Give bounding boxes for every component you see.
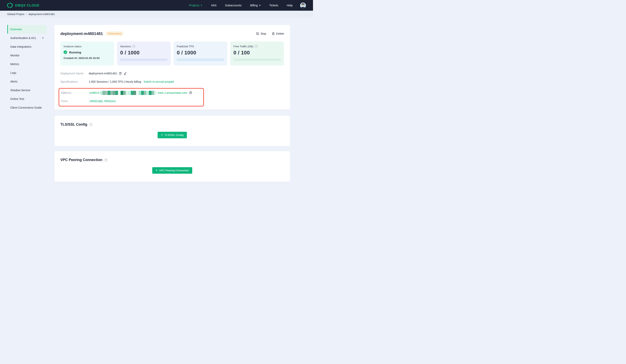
sidebar-item-label: Metrics <box>10 63 19 66</box>
stat-label: Free Traffic (GB) <box>234 45 253 48</box>
redaction-block <box>154 91 156 95</box>
sidebar-item-client-connections-guide[interactable]: Client Connections Guide <box>7 103 46 112</box>
emqx-logo-icon <box>7 2 13 8</box>
specifications-label: Specifications: <box>60 80 89 83</box>
redaction-block <box>152 91 154 95</box>
sidebar-item-metrics[interactable]: Metrics <box>7 60 46 69</box>
instance-status-card: Instance status Running Created At: 2023… <box>60 41 114 66</box>
stat-card-pub-sub-tps: Pub&Sub TPS0 / 1000 <box>174 41 227 66</box>
redaction-block <box>120 91 123 95</box>
help-icon[interactable]: ? <box>132 45 135 48</box>
sidebar-item-online-test[interactable]: Online Test <box>7 95 46 103</box>
address-prefix: m48014 <box>89 91 99 94</box>
chevron-down-icon: ▼ <box>42 37 44 39</box>
stat-label-row: Pub&Sub TPS <box>177 45 224 48</box>
add-tls-ssl-config-button[interactable]: + TLS/SSL Config <box>157 132 187 138</box>
sidebar-item-label: Logs <box>10 71 16 74</box>
nav-item-label: Subaccounts <box>225 4 241 7</box>
breadcrumb-current: deployment-m4801481 <box>29 13 55 16</box>
stop-button[interactable]: Stop <box>256 32 266 35</box>
sidebar-item-label: Authentication & ACL <box>10 36 37 39</box>
nav-item-subaccounts[interactable]: Subaccounts <box>225 4 241 7</box>
stat-label: Sessions <box>120 45 131 48</box>
redaction-block <box>139 91 141 95</box>
connection-highlight-box: Address: m48014 -east-1.amazonaws.com <box>59 88 204 107</box>
deployment-title: deployment-m4801481 <box>60 32 103 36</box>
sidebar-item-label: Client Connections Guide <box>10 106 42 109</box>
sidebar-item-monitor[interactable]: Monitor <box>7 51 46 60</box>
help-icon[interactable]: ? <box>255 45 258 48</box>
vpc-peering-section: VPC Peering Connection ? + VPC Peering C… <box>54 151 290 182</box>
copy-icon <box>119 72 122 75</box>
sidebar-item-label: Monitor <box>10 54 20 57</box>
sidebar-item-overview[interactable]: Overview <box>7 25 46 34</box>
copy-deployment-name-button[interactable] <box>119 72 122 75</box>
specifications-value: 1,000 Sessions / 1,000 TPS | Hourly bill… <box>89 80 141 83</box>
sidebar-item-data-integrations[interactable]: Data Integrations <box>7 42 46 51</box>
sidebar-item-shadow-service[interactable]: Shadow Service <box>7 86 46 95</box>
brand-name: EMQX CLOUD <box>15 3 39 7</box>
deployment-overview-card: deployment-m4801481 Professional Stop <box>54 25 290 109</box>
copy-icon <box>189 91 192 94</box>
add-tls-ssl-config-label: TLS/SSL Config <box>164 134 184 137</box>
breadcrumb-project[interactable]: Default Project <box>7 13 24 16</box>
tls-section-title: TLS/SSL Config <box>60 122 87 127</box>
nav-item-billing[interactable]: Billing▼ <box>250 4 261 7</box>
instance-status-label: Instance status <box>64 45 81 48</box>
add-vpc-peering-button[interactable]: + VPC Peering Connection <box>152 167 192 174</box>
chevron-down-icon: ▼ <box>259 4 261 6</box>
plus-icon: + <box>156 169 157 172</box>
address-row: Address: m48014 -east-1.amazonaws.com <box>61 91 201 95</box>
stat-card-free-traffic-gb: Free Traffic (GB)?0 / 100 <box>230 41 284 66</box>
plus-icon: + <box>161 133 163 137</box>
delete-button[interactable]: Delete <box>272 32 284 35</box>
redaction-block <box>126 91 128 95</box>
created-at-text: Created At: 2023.01.05 15:54 <box>64 57 111 60</box>
redaction-block <box>131 91 133 95</box>
stat-value: 0 / 1000 <box>120 50 167 56</box>
redaction-block <box>110 91 113 95</box>
ports-label: Ports: <box>61 100 89 103</box>
redaction-block <box>100 91 103 95</box>
copy-address-button[interactable] <box>189 91 192 94</box>
stat-value: 0 / 1000 <box>177 50 224 56</box>
redaction-block <box>136 91 139 95</box>
chevron-down-icon: ▼ <box>200 4 202 6</box>
deployment-info: Deployment Name: deployment-m4801481 <box>60 72 284 107</box>
redaction-block <box>118 91 120 95</box>
nav-item-tickets[interactable]: Tickets <box>269 4 278 7</box>
trash-icon <box>272 32 275 35</box>
sidebar-item-label: Alerts <box>10 80 17 83</box>
breadcrumb: Default Project / deployment-m4801481 <box>0 11 313 17</box>
redaction-block <box>105 91 108 95</box>
sidebar-item-label: Online Test <box>10 97 24 101</box>
nav-item-vas[interactable]: VAS <box>211 4 216 7</box>
user-avatar[interactable] <box>300 2 306 8</box>
address-redacted-segment <box>100 91 156 95</box>
sidebar-item-alerts[interactable]: Alerts <box>7 77 46 86</box>
stats-row: Instance status Running Created At: 2023… <box>60 41 284 66</box>
stat-label: Pub&Sub TPS <box>177 45 194 48</box>
emqx-logo[interactable]: EMQX CLOUD <box>7 2 39 8</box>
nav-item-projects[interactable]: Projects▼ <box>189 4 202 7</box>
nav-item-label: VAS <box>211 4 216 7</box>
ports-row: Ports: 1883(mqtt), 8083(ws) <box>61 99 201 103</box>
plan-badge: Professional <box>106 32 123 36</box>
add-vpc-peering-label: VPC Peering Connection <box>159 169 189 172</box>
sidebar-item-authentication-acl[interactable]: Authentication & ACL▼ <box>7 34 46 42</box>
sidebar-item-label: Data Integrations <box>10 45 32 48</box>
switch-annual-prepaid-link[interactable]: Switch to annual prepaid <box>144 80 174 83</box>
address-label: Address: <box>61 91 89 94</box>
deployment-name-value: deployment-m4801481 <box>89 72 117 75</box>
sidebar-item-logs[interactable]: Logs <box>7 69 46 77</box>
redaction-block <box>149 91 152 95</box>
help-icon[interactable]: ? <box>104 158 108 162</box>
nav-item-help[interactable]: Help <box>287 4 293 7</box>
nav-item-label: Projects <box>189 4 199 7</box>
nav-item-label: Help <box>287 4 293 7</box>
tls-ssl-section: TLS/SSL Config ? + TLS/SSL Config <box>54 116 290 146</box>
help-icon[interactable]: ? <box>89 123 92 126</box>
sidebar-item-label: Overview <box>10 28 22 31</box>
delete-button-label: Delete <box>276 32 284 35</box>
edit-deployment-name-button[interactable] <box>123 72 127 75</box>
